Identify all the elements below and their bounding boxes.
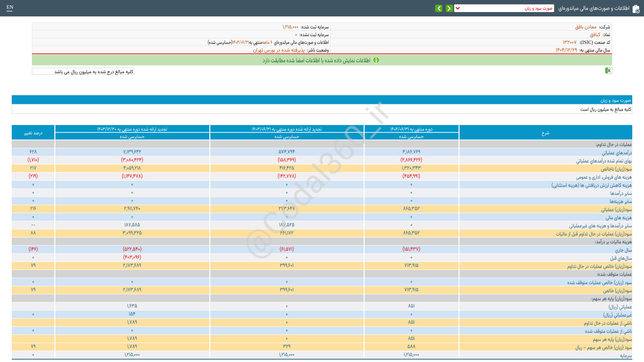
svg-text:(ISIC): (ISIC) xyxy=(581,40,593,45)
svg-text:EN: EN xyxy=(7,4,13,10)
